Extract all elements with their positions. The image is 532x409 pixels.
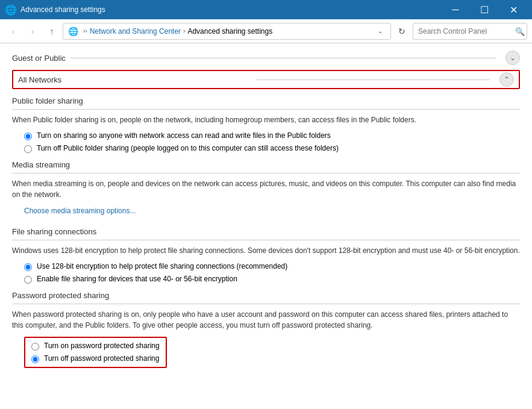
password-protected-divider xyxy=(12,304,520,304)
media-streaming-desc: When media streaming is on, people and d… xyxy=(12,178,520,200)
file-sharing-divider xyxy=(12,240,520,240)
password-protected-desc: When password protected sharing is on, o… xyxy=(12,309,520,331)
titlebar-icon: 🌐 xyxy=(5,4,17,16)
media-streaming-section: Media streaming When media streaming is … xyxy=(12,160,520,220)
password-option-1-label: Turn on password protected sharing xyxy=(44,342,160,350)
guest-public-toggle[interactable]: ⌄ xyxy=(505,51,520,65)
guest-divider xyxy=(70,58,496,58)
all-networks-line xyxy=(257,80,490,80)
password-protected-section: Password protected sharing When password… xyxy=(12,291,520,368)
titlebar-controls: ─ ☐ ✕ xyxy=(442,0,527,19)
password-radio-box: Turn on password protected sharing Turn … xyxy=(24,337,167,368)
file-sharing-option-2-label: Enable file sharing for devices that use… xyxy=(37,275,237,283)
public-folder-section: Public folder sharing When Public folder… xyxy=(12,96,520,153)
back-button[interactable]: ‹ xyxy=(5,23,22,40)
media-streaming-divider xyxy=(12,173,520,173)
close-button[interactable]: ✕ xyxy=(499,0,527,19)
refresh-button[interactable]: ↻ xyxy=(393,23,410,40)
file-sharing-radio-2[interactable] xyxy=(24,276,32,284)
file-sharing-radio-group: Use 128-bit encryption to help protect f… xyxy=(24,262,520,284)
all-networks-box: All Networks ⌃ xyxy=(12,70,520,89)
search-wrapper: 🔍 xyxy=(413,23,527,40)
public-folder-option-2[interactable]: Turn off Public folder sharing (people l… xyxy=(24,144,520,153)
content-area: Guest or Public ⌄ All Networks ⌃ Public … xyxy=(0,43,532,409)
public-folder-option-1[interactable]: Turn on sharing so anyone with network a… xyxy=(24,131,520,140)
minimize-button[interactable]: ─ xyxy=(442,0,469,19)
password-option-2-label: Turn off password protected sharing xyxy=(44,354,159,363)
public-folder-option-2-label: Turn off Public folder sharing (people l… xyxy=(37,144,339,152)
public-folder-title: Public folder sharing xyxy=(12,96,520,105)
all-networks-toggle[interactable]: ⌃ xyxy=(499,72,514,87)
password-option-2[interactable]: Turn off password protected sharing xyxy=(31,354,160,363)
public-folder-option-1-label: Turn on sharing so anyone with network a… xyxy=(37,131,331,140)
file-sharing-desc: Windows uses 128-bit encryption to help … xyxy=(12,245,520,256)
public-folder-radio-group: Turn on sharing so anyone with network a… xyxy=(24,131,520,153)
search-button[interactable]: 🔍 xyxy=(515,27,525,36)
public-folder-desc: When Public folder sharing is on, people… xyxy=(12,114,520,125)
breadcrumb-separator-2: › xyxy=(183,28,185,34)
all-networks-title: All Networks xyxy=(18,75,252,84)
breadcrumb-home-icon[interactable]: 🌐 xyxy=(68,27,78,36)
password-protected-title: Password protected sharing xyxy=(12,291,520,300)
file-sharing-title: File sharing connections xyxy=(12,227,520,236)
file-sharing-option-2[interactable]: Enable file sharing for devices that use… xyxy=(24,275,520,284)
addressbar: ‹ › ↑ 🌐 ›› Network and Sharing Center › … xyxy=(0,19,532,43)
media-streaming-link[interactable]: Choose media streaming options... xyxy=(24,207,136,215)
public-folder-divider xyxy=(12,109,520,110)
maximize-button[interactable]: ☐ xyxy=(471,0,498,19)
breadcrumb: 🌐 ›› Network and Sharing Center › Advanc… xyxy=(63,23,391,40)
file-sharing-radio-1[interactable] xyxy=(24,263,32,271)
public-folder-radio-1[interactable] xyxy=(24,133,32,140)
media-streaming-title: Media streaming xyxy=(12,160,520,169)
file-sharing-option-1[interactable]: Use 128-bit encryption to help protect f… xyxy=(24,262,520,271)
password-radio-2[interactable] xyxy=(31,355,39,363)
guest-public-title: Guest or Public xyxy=(12,54,66,63)
forward-button[interactable]: › xyxy=(24,23,41,40)
file-sharing-option-1-label: Use 128-bit encryption to help protect f… xyxy=(37,262,287,270)
password-radio-1[interactable] xyxy=(31,343,39,351)
file-sharing-section: File sharing connections Windows uses 12… xyxy=(12,227,520,284)
password-option-1[interactable]: Turn on password protected sharing xyxy=(31,342,160,351)
up-button[interactable]: ↑ xyxy=(43,23,60,40)
breadcrumb-dropdown[interactable]: ⌄ xyxy=(375,26,386,37)
titlebar-title: Advanced sharing settings xyxy=(20,5,442,14)
guest-public-section-header[interactable]: Guest or Public ⌄ xyxy=(12,51,520,65)
breadcrumb-separator-1: ›› xyxy=(83,28,87,34)
public-folder-radio-2[interactable] xyxy=(24,145,32,153)
main-container: Guest or Public ⌄ All Networks ⌃ Public … xyxy=(0,43,532,409)
breadcrumb-current: Advanced sharing settings xyxy=(187,27,272,36)
search-input[interactable] xyxy=(413,23,527,40)
content-inner: Guest or Public ⌄ All Networks ⌃ Public … xyxy=(12,43,520,368)
titlebar: 🌐 Advanced sharing settings ─ ☐ ✕ xyxy=(0,0,532,19)
breadcrumb-network-center[interactable]: Network and Sharing Center xyxy=(90,27,181,36)
